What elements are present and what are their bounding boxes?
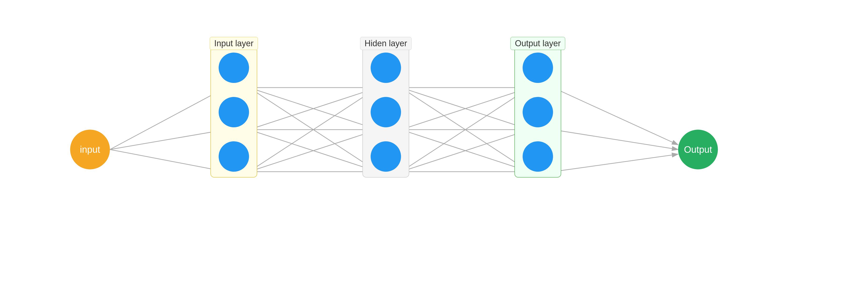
output-node: Output: [678, 130, 718, 169]
svg-line-1: [110, 88, 226, 150]
svg-line-18: [401, 130, 530, 172]
hidden-layer-box: Hiden layer: [363, 47, 409, 177]
svg-line-2: [110, 130, 226, 150]
svg-line-24: [553, 154, 678, 172]
svg-line-3: [110, 150, 226, 172]
output-neuron-1: [523, 53, 553, 83]
input-layer-label: Input layer: [210, 37, 258, 50]
output-layer-label: Output layer: [510, 37, 565, 50]
svg-line-16: [401, 88, 530, 130]
svg-line-5: [249, 88, 378, 130]
connections-svg: [0, 0, 868, 299]
input-node-label: input: [80, 144, 100, 155]
svg-line-7: [249, 88, 378, 130]
output-neuron-2: [523, 97, 553, 127]
output-neuron-3: [523, 141, 553, 172]
hidden-layer-label: Hiden layer: [360, 37, 411, 50]
svg-line-15: [401, 88, 530, 172]
svg-line-10: [249, 88, 378, 172]
svg-line-9: [249, 130, 378, 172]
svg-line-11: [249, 130, 378, 172]
output-layer-box: Output layer: [515, 47, 561, 177]
svg-line-14: [401, 88, 530, 130]
input-layer-box: Input layer: [211, 47, 257, 177]
input-neuron-3: [219, 141, 249, 172]
input-neuron-1: [219, 53, 249, 83]
output-node-label: Output: [684, 144, 712, 155]
neural-network-canvas: input Input layer Hiden layer Output lay…: [0, 0, 868, 299]
svg-line-23: [553, 130, 678, 150]
svg-line-20: [401, 130, 530, 172]
svg-line-19: [401, 88, 530, 172]
svg-line-22: [553, 88, 678, 145]
hidden-neuron-3: [371, 141, 401, 172]
hidden-neuron-2: [371, 97, 401, 127]
hidden-neuron-1: [371, 53, 401, 83]
input-node: input: [70, 130, 110, 169]
svg-line-6: [249, 88, 378, 172]
input-neuron-2: [219, 97, 249, 127]
